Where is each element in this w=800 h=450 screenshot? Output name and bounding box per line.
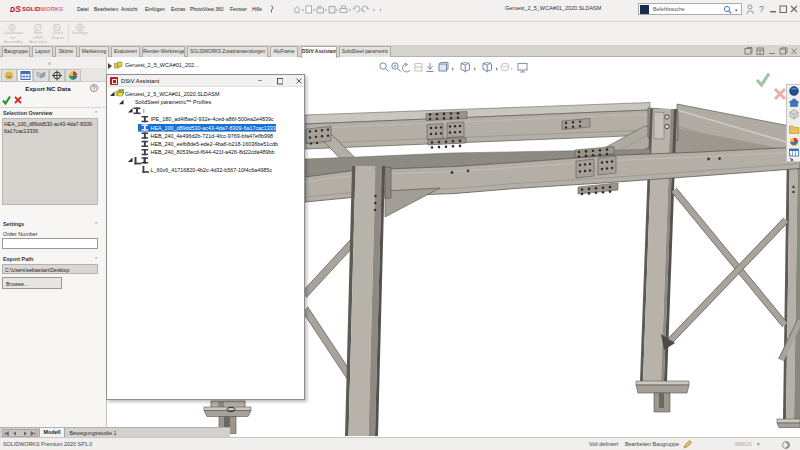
- svg-text:HEB_240_eefb8de5-ede2-4ba6-b21: HEB_240_eefb8de5-ede2-4ba6-b218-16036be5…: [151, 141, 278, 147]
- svg-text:?: ?: [759, 4, 764, 14]
- svg-text:L_60x6_41716820-4b2c-4d32-b567: L_60x6_41716820-4b2c-4d32-b567-10f4c6a49…: [151, 167, 273, 173]
- svg-text:Geruest_2_5_WCA#01_2020.SLDASM: Geruest_2_5_WCA#01_2020.SLDASM: [125, 91, 220, 97]
- svg-text:HEB_240_4e496d2b-721d-4fcc-976: HEB_240_4e496d2b-721d-4fcc-9769-bfa47eff…: [151, 133, 274, 139]
- svg-text:HEB_240_8053fecd-f644-421f-a42: HEB_240_8053fecd-f644-421f-a426-8d22cda4…: [151, 149, 275, 155]
- svg-text:L: L: [143, 158, 146, 164]
- svg-text:HEA_100_d89dd530-ac43-4da7-830: HEA_100_d89dd530-ac43-4da7-8309-6a17cac1…: [151, 125, 279, 131]
- svg-text:SolidSteel parametric™ Profile: SolidSteel parametric™ Profiles: [135, 99, 211, 105]
- svg-text:IPE_180_ad4f8ae2-932e-4ced-a86: IPE_180_ad4f8ae2-932e-4ced-a86f-500ea2e4…: [151, 116, 274, 122]
- svg-text:I: I: [143, 108, 145, 114]
